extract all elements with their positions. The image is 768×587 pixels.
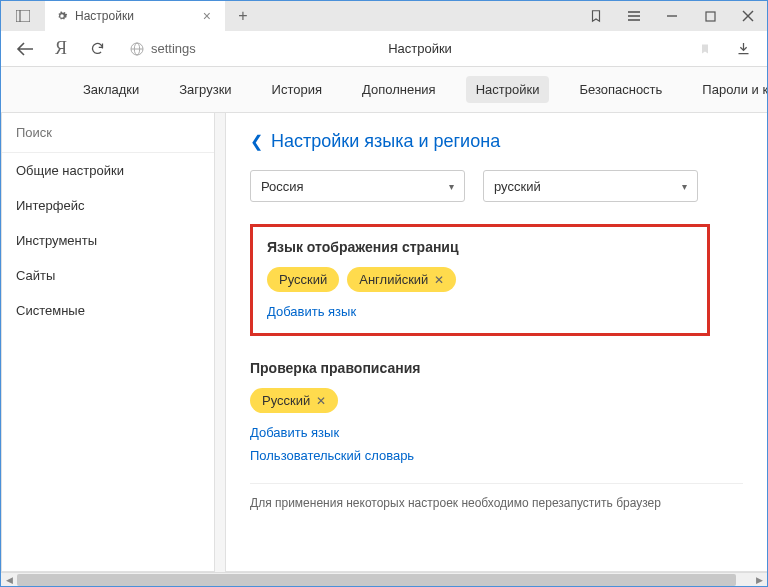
sidebar-item-system[interactable]: Системные <box>2 293 214 328</box>
chevron-left-icon: ❮ <box>250 132 263 151</box>
bookmark-menu-icon[interactable] <box>577 1 615 31</box>
region-value: Россия <box>261 179 304 194</box>
spellcheck-section: Проверка правописания Русский ✕ Добавить… <box>250 360 743 463</box>
add-language-link[interactable]: Добавить язык <box>267 304 693 319</box>
display-language-section: Язык отображения страниц Русский Английс… <box>250 224 710 336</box>
scroll-right-arrow[interactable]: ▶ <box>751 573 767 587</box>
svg-rect-0 <box>16 10 30 22</box>
sidebar-search <box>2 113 214 153</box>
close-icon[interactable]: × <box>199 8 215 24</box>
topnav-bookmarks[interactable]: Закладки <box>73 76 149 103</box>
topnav-settings[interactable]: Настройки <box>466 76 550 103</box>
reload-button[interactable] <box>81 34 113 64</box>
maximize-button[interactable] <box>691 1 729 31</box>
region-select[interactable]: Россия ▾ <box>250 170 465 202</box>
chip-label: Русский <box>279 272 327 287</box>
main-area: Общие настройки Интерфейс Инструменты Са… <box>1 113 767 572</box>
downloads-button[interactable] <box>727 34 759 64</box>
sidebar-item-sites[interactable]: Сайты <box>2 258 214 293</box>
topnav-security[interactable]: Безопасность <box>569 76 672 103</box>
sidebar-item-interface[interactable]: Интерфейс <box>2 188 214 223</box>
back-button[interactable] <box>9 34 41 64</box>
settings-content: ❮ Настройки языка и региона Россия ▾ рус… <box>225 113 767 572</box>
scroll-thumb[interactable] <box>17 574 736 586</box>
topnav-passwords[interactable]: Пароли и карты <box>692 76 768 103</box>
topnav-downloads[interactable]: Загрузки <box>169 76 241 103</box>
language-value: русский <box>494 179 541 194</box>
scroll-left-arrow[interactable]: ◀ <box>1 573 17 587</box>
topnav-history[interactable]: История <box>262 76 332 103</box>
yandex-home-button[interactable]: Я <box>45 34 77 64</box>
chip-label: Английский <box>359 272 428 287</box>
toolbar: Я settings Настройки <box>1 31 767 67</box>
new-tab-button[interactable]: + <box>225 1 261 31</box>
chevron-down-icon: ▾ <box>682 181 687 192</box>
breadcrumb-back[interactable]: ❮ Настройки языка и региона <box>250 131 743 152</box>
page-title: Настройки <box>388 41 452 56</box>
language-chip-english[interactable]: Английский ✕ <box>347 267 456 292</box>
titlebar: Настройки × + <box>1 1 767 31</box>
panel-toggle-button[interactable] <box>1 1 45 31</box>
svg-rect-6 <box>706 12 715 21</box>
bookmark-flag-icon[interactable] <box>699 42 711 56</box>
browser-tab[interactable]: Настройки × <box>45 1 225 31</box>
close-icon[interactable]: ✕ <box>434 273 444 287</box>
sidebar-item-tools[interactable]: Инструменты <box>2 223 214 258</box>
add-language-link[interactable]: Добавить язык <box>250 425 743 440</box>
globe-icon <box>123 41 151 57</box>
search-input[interactable] <box>16 125 200 140</box>
settings-sidebar: Общие настройки Интерфейс Инструменты Са… <box>1 113 215 572</box>
chip-label: Русский <box>262 393 310 408</box>
section-title: Язык отображения страниц <box>267 239 693 255</box>
settings-topnav: Закладки Загрузки История Дополнения Нас… <box>1 67 767 113</box>
address-text: settings <box>151 41 196 56</box>
minimize-button[interactable] <box>653 1 691 31</box>
topnav-addons[interactable]: Дополнения <box>352 76 446 103</box>
address-bar[interactable]: settings Настройки <box>123 35 717 63</box>
sidebar-item-general[interactable]: Общие настройки <box>2 153 214 188</box>
language-select[interactable]: русский ▾ <box>483 170 698 202</box>
language-chip-russian[interactable]: Русский <box>267 267 339 292</box>
window-controls <box>577 1 767 31</box>
breadcrumb-title: Настройки языка и региона <box>271 131 500 152</box>
close-icon[interactable]: ✕ <box>316 394 326 408</box>
menu-icon[interactable] <box>615 1 653 31</box>
chevron-down-icon: ▾ <box>449 181 454 192</box>
section-title: Проверка правописания <box>250 360 743 376</box>
horizontal-scrollbar[interactable]: ◀ ▶ <box>1 572 767 586</box>
close-button[interactable] <box>729 1 767 31</box>
tab-title: Настройки <box>75 9 199 23</box>
scroll-track[interactable] <box>17 573 751 587</box>
user-dictionary-link[interactable]: Пользовательский словарь <box>250 448 743 463</box>
restart-note: Для применения некоторых настроек необхо… <box>250 483 743 510</box>
spellcheck-chip-russian[interactable]: Русский ✕ <box>250 388 338 413</box>
gear-icon <box>55 9 69 23</box>
